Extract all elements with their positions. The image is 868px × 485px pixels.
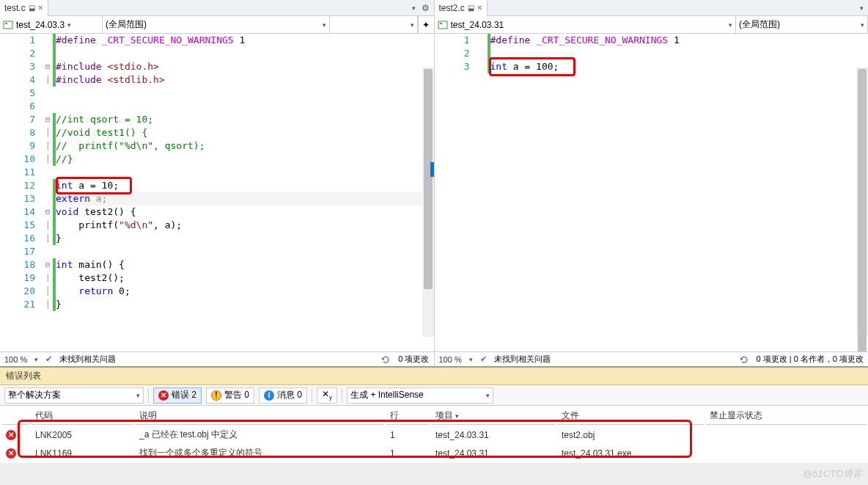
chevron-down-icon: ▾ (136, 392, 140, 399)
cell-project: test_24.03.31 (431, 426, 556, 443)
table-row[interactable]: ✕LNK1169找到一个或多个多重定义的符号1test_24.03.31test… (1, 445, 867, 462)
close-icon[interactable]: × (38, 3, 43, 13)
error-table: 代码 说明 行 项目 ▾ 文件 禁止显示状态 ✕LNK2005_a 已经在 te… (0, 406, 868, 463)
editor-status-left: 100 % ▾ ✔ 未找到相关问题 0 项更改 (0, 351, 434, 366)
tab-overflow-icon[interactable]: ▾ (412, 4, 416, 12)
svg-rect-1 (5, 23, 7, 24)
line-number-gutter: 123456789101112131415161718192021 (0, 34, 43, 351)
check-icon: ✔ (45, 354, 52, 364)
error-toolbar: 整个解决方案 ▾ ✕ 错误 2 ! 警告 0 i 消息 0 ✕y 生成 + In… (0, 385, 868, 406)
scope-selector[interactable]: (全局范围) ▾ (736, 16, 868, 34)
cell-line: 1 (386, 426, 430, 443)
chevron-down-icon: ▾ (486, 392, 490, 399)
error-icon: ✕ (6, 430, 16, 440)
source-combo[interactable]: 生成 + IntelliSense ▾ (347, 387, 493, 404)
editor-pane-left: test.c ⬓ × ▾ ⚙ test_24.03.3 ▾ (全局范围) ▾ (0, 0, 435, 366)
scope-selector[interactable]: (全局范围) ▾ (103, 16, 330, 34)
cell-file: test2.obj (557, 426, 704, 443)
table-row[interactable]: ✕LNK2005_a 已经在 test.obj 中定义1test_24.03.3… (1, 426, 867, 443)
check-icon: ✔ (480, 354, 487, 364)
messages-label: 消息 0 (277, 389, 302, 401)
marker-icon (430, 162, 434, 177)
col-project[interactable]: 项目 (435, 410, 453, 420)
changes-label[interactable]: 0 项更改 (398, 354, 429, 365)
vertical-scrollbar[interactable] (422, 68, 434, 337)
code-lines[interactable]: #define _CRT_SECURE_NO_WARNINGS 1 #inclu… (56, 34, 434, 351)
issues-label[interactable]: 未找到相关问题 (59, 354, 116, 365)
tab-label: test2.c (439, 3, 465, 13)
chevron-down-icon: ▾ (729, 21, 732, 29)
pin-icon[interactable]: ⬓ (29, 4, 35, 12)
cell-code: LNK1169 (31, 445, 133, 462)
code-lines[interactable]: #define _CRT_SECURE_NO_WARNINGS 1 int a … (490, 34, 869, 351)
changes-icon (739, 354, 749, 365)
nav-bar-left: test_24.03.3 ▾ (全局范围) ▾ ▾ ✦ (0, 16, 434, 34)
code-area-right[interactable]: 123 #define _CRT_SECURE_NO_WARNINGS 1 in… (435, 34, 869, 351)
error-list-title[interactable]: 错误列表 (0, 368, 868, 385)
chevron-down-icon[interactable]: ▾ (34, 356, 38, 363)
col-desc[interactable]: 说明 (135, 407, 384, 425)
issues-label[interactable]: 未找到相关问题 (494, 354, 551, 365)
nav-bar-right: test_24.03.31 ▾ (全局范围) ▾ (435, 16, 869, 34)
pin-icon[interactable]: ⬓ (468, 4, 474, 12)
col-line[interactable]: 行 (386, 407, 430, 425)
warnings-toggle[interactable]: ! 警告 0 (206, 387, 254, 404)
col-suppress[interactable]: 禁止显示状态 (705, 407, 867, 425)
scope-label: (全局范围) (106, 18, 147, 31)
error-list-panel: 错误列表 整个解决方案 ▾ ✕ 错误 2 ! 警告 0 i 消息 0 ✕y 生成… (0, 367, 868, 463)
chevron-down-icon: ▾ (67, 21, 71, 29)
separator (148, 388, 149, 403)
separator (342, 388, 342, 403)
split-icon[interactable]: ✦ (418, 16, 434, 34)
svg-rect-3 (440, 23, 442, 24)
close-icon[interactable]: × (477, 3, 482, 13)
chevron-down-icon: ▾ (323, 21, 326, 29)
tab-label: test.c (4, 3, 26, 13)
messages-toggle[interactable]: i 消息 0 (259, 387, 307, 404)
fold-indicator: ⊟│⊟│││⊟││⊟│││ (43, 34, 53, 351)
errors-toggle[interactable]: ✕ 错误 2 (153, 387, 202, 404)
scope-label: (全局范围) (739, 18, 780, 31)
clear-button[interactable]: ✕y (317, 387, 337, 404)
chevron-down-icon[interactable]: ▾ (469, 356, 473, 363)
vertical-scrollbar[interactable] (856, 68, 868, 337)
zoom-level[interactable]: 100 % (4, 355, 27, 364)
project-icon (3, 20, 13, 30)
col-code[interactable]: 代码 (31, 407, 133, 425)
tab-test-c[interactable]: test.c ⬓ × (0, 0, 48, 16)
source-label: 生成 + IntelliSense (350, 389, 424, 401)
project-selector[interactable]: test_24.03.31 ▾ (435, 16, 737, 34)
sort-icon: ▾ (455, 412, 459, 420)
tab-overflow-icon[interactable]: ▾ (860, 4, 864, 12)
scope-combo-label: 整个解决方案 (8, 389, 61, 401)
cell-file: test_24.03.31.exe (557, 445, 704, 462)
svg-rect-0 (4, 21, 12, 29)
clear-icon: ✕y (322, 389, 332, 401)
gear-icon[interactable]: ⚙ (422, 3, 430, 13)
project-selector[interactable]: test_24.03.3 ▾ (0, 16, 103, 34)
separator (312, 388, 312, 403)
scope-combo[interactable]: 整个解决方案 ▾ (4, 387, 144, 404)
info-icon: i (264, 390, 274, 401)
cell-project: test_24.03.31 (431, 445, 556, 462)
cell-desc: 找到一个或多个多重定义的符号 (135, 445, 384, 462)
changes-icon (380, 354, 391, 365)
line-number-gutter: 123 (435, 34, 477, 351)
cell-desc: _a 已经在 test.obj 中定义 (135, 426, 384, 443)
changes-label[interactable]: 0 项更改 | 0 名作者，0 项更改 (757, 354, 864, 365)
code-area-left[interactable]: 123456789101112131415161718192021 ⊟│⊟│││… (0, 34, 434, 351)
member-selector[interactable]: ▾ (330, 16, 418, 34)
chevron-down-icon: ▾ (861, 21, 864, 29)
project-label: test_24.03.3 (16, 20, 65, 30)
col-file[interactable]: 文件 (557, 407, 704, 425)
warning-icon: ! (211, 390, 221, 401)
editor-status-right: 100 % ▾ ✔ 未找到相关问题 0 项更改 | 0 名作者，0 项更改 (435, 351, 869, 366)
watermark: @51CTO博客 (803, 467, 862, 481)
fold-indicator (477, 34, 488, 351)
error-icon: ✕ (158, 390, 169, 401)
table-header-row: 代码 说明 行 项目 ▾ 文件 禁止显示状态 (1, 407, 867, 425)
zoom-level[interactable]: 100 % (439, 355, 462, 364)
tab-bar-right: test2.c ⬓ × ▾ (435, 0, 869, 16)
cell-code: LNK2005 (31, 426, 133, 443)
tab-test2-c[interactable]: test2.c ⬓ × (435, 0, 488, 16)
